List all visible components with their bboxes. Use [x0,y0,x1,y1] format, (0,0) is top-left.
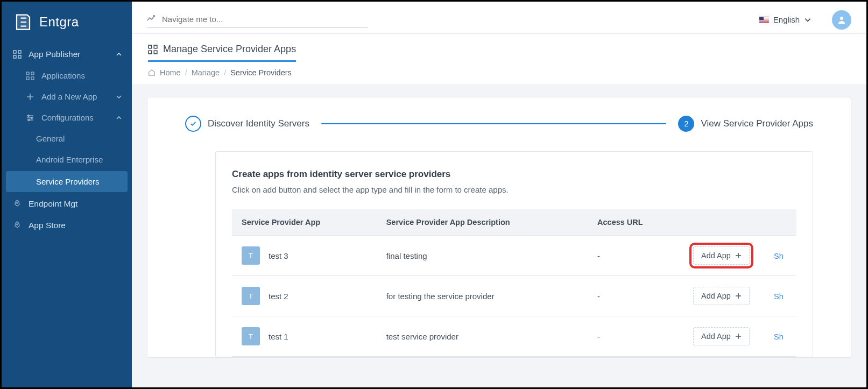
add-app-label: Add App [701,251,731,260]
step-discover[interactable]: Discover Identity Servers [185,116,309,132]
app-cell: T test 2 [242,287,367,305]
content: Discover Identity Servers 2 View Service… [132,85,866,387]
step-view-apps[interactable]: 2 View Service Provider Apps [678,116,813,132]
breadcrumb-manage[interactable]: Manage [192,68,220,77]
app-name: test 3 [269,251,288,260]
breadcrumb-separator: / [185,68,187,77]
page-header: Manage Service Provider Apps Home / Mana… [132,34,866,85]
svg-point-13 [840,17,843,20]
svg-rect-4 [26,72,29,75]
chevron-up-icon [116,51,122,58]
page-title-text: Manage Service Provider Apps [163,44,296,55]
sidebar-item-label: Configurations [41,113,94,122]
add-app-button[interactable]: Add App [693,327,750,345]
app-cell: T test 3 [242,246,367,265]
plus-icon [735,333,742,340]
user-avatar[interactable] [832,10,851,30]
breadcrumb: Home / Manage / Service Providers [148,68,850,77]
app-desc: for testing the service provider [377,276,588,316]
panel-title: Create apps from identity server service… [232,169,796,180]
breadcrumb-separator: / [224,68,226,77]
sidebar-item-label: General [36,134,65,143]
sidebar-item-configurations[interactable]: Configurations [2,107,132,128]
svg-rect-7 [31,77,34,80]
app-badge: T [242,327,260,345]
sidebar-nav: App Publisher Applications Add a New App [2,44,132,236]
sidebar-item-label: Android Enterprise [36,155,103,164]
user-icon [837,15,846,25]
sidebar-item-endpoint-mgt[interactable]: Endpoint Mgt [2,193,132,215]
sidebar-item-android-enterprise[interactable]: Android Enterprise [2,149,132,170]
svg-point-12 [17,224,18,225]
svg-rect-15 [154,45,157,48]
sidebar-item-label: Service Providers [36,177,100,186]
language-selector[interactable]: English [759,15,811,24]
panel-description: Click on add button and select the app t… [232,185,796,194]
svg-point-9 [31,117,33,118]
sidebar-item-app-store[interactable]: App Store [2,215,132,236]
add-app-button[interactable]: Add App [693,246,750,265]
card: Discover Identity Servers 2 View Service… [147,97,851,358]
add-app-label: Add App [701,332,731,341]
step-connector [321,123,667,124]
app-desc: test service provider [377,316,588,357]
add-app-label: Add App [701,292,731,300]
svg-rect-0 [13,51,16,53]
app-frame: Entgra App Publisher Applications [0,0,868,389]
sidebar-item-label: Applications [41,71,85,80]
svg-point-10 [29,119,30,121]
rocket-icon [12,221,22,230]
brand: Entgra [2,6,132,44]
add-app-button[interactable]: Add App [693,287,750,305]
svg-rect-16 [149,51,152,54]
svg-point-8 [28,115,30,116]
show-link[interactable]: Sh [774,333,784,341]
sidebar-item-label: Add a New App [41,92,97,101]
sliders-icon [25,114,35,122]
table-row: T test 1 test service provider - Add App [232,316,796,357]
svg-rect-1 [18,51,21,53]
app-name: test 1 [269,332,288,341]
table-row: T test 3 final testing - Add App [232,236,796,276]
check-circle-icon [185,116,201,132]
brand-name: Entgra [39,15,79,30]
chevron-down-icon [804,16,811,24]
service-provider-table: Service Provider App Service Provider Ap… [232,209,796,357]
step-number-badge: 2 [678,116,694,132]
svg-point-11 [17,202,18,203]
col-header-url: Access URL [588,209,683,236]
sidebar-item-label: App Publisher [29,49,81,59]
col-header-show [764,209,796,236]
sidebar: Entgra App Publisher Applications [2,2,132,387]
col-header-desc: Service Provider App Description [377,209,588,236]
show-link[interactable]: Sh [774,292,784,301]
app-url: - [588,276,683,316]
sidebar-item-app-publisher[interactable]: App Publisher [2,44,132,65]
navigate-search[interactable] [147,12,368,28]
sidebar-item-general[interactable]: General [2,128,132,149]
svg-rect-2 [13,55,16,58]
breadcrumb-home[interactable]: Home [160,68,181,77]
svg-rect-3 [18,55,21,58]
navigate-input[interactable] [161,14,368,24]
steps: Discover Identity Servers 2 View Service… [185,116,813,132]
sidebar-item-service-providers[interactable]: Service Providers [6,171,128,192]
app-badge: T [242,287,260,305]
plus-icon [735,252,742,259]
sidebar-item-add-new-app[interactable]: Add a New App [2,86,132,107]
app-name: test 2 [269,292,288,301]
chevron-up-icon [116,115,122,121]
grid-icon [12,50,22,59]
step-label: View Service Provider Apps [701,118,813,129]
col-header-action [683,209,764,236]
app-cell: T test 1 [242,327,367,345]
svg-rect-17 [154,51,157,54]
breadcrumb-current: Service Providers [230,68,292,77]
sidebar-item-label: Endpoint Mgt [29,199,77,209]
sidebar-item-applications[interactable]: Applications [2,65,132,86]
page-title: Manage Service Provider Apps [148,44,296,62]
show-link[interactable]: Sh [774,252,784,260]
app-badge: T [242,246,260,265]
plus-icon [25,93,35,101]
language-label: English [773,15,800,24]
